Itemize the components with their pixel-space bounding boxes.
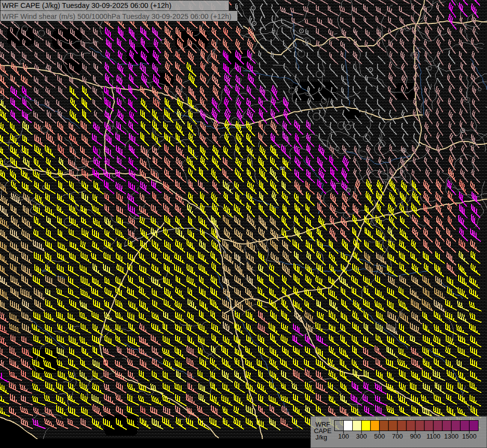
svg-text:300: 300 (356, 433, 367, 440)
svg-text:500: 500 (374, 433, 385, 440)
svg-text:1100: 1100 (426, 433, 440, 440)
svg-text:700: 700 (392, 433, 403, 440)
svg-text:1300: 1300 (444, 433, 459, 440)
svg-text:J/kg: J/kg (315, 434, 327, 441)
svg-text:900: 900 (410, 433, 421, 440)
svg-text:WRF Wind shear (m/s) 500/1000h: WRF Wind shear (m/s) 500/1000hPa Tuesday… (2, 12, 231, 20)
svg-text:100: 100 (338, 433, 349, 440)
svg-text:WRF CAPE (J/kg) Tuesday 30-09-: WRF CAPE (J/kg) Tuesday 30-09-2025 06:00… (2, 1, 172, 9)
svg-text:1500: 1500 (462, 433, 477, 440)
